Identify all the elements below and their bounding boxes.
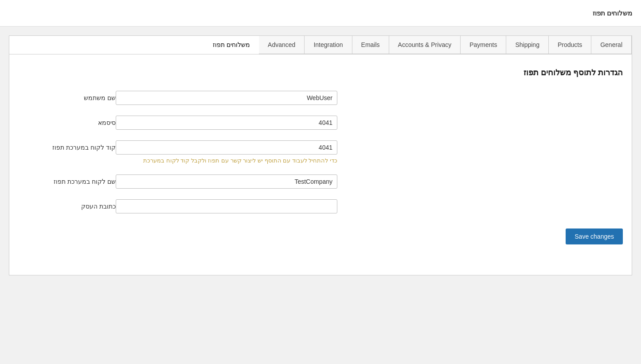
tab-products[interactable]: Products — [549, 36, 591, 54]
top-bar-title: משלוחים תפוז — [593, 9, 632, 17]
field-wrap-password — [116, 116, 337, 130]
form-row-customer-name: שם לקוח במערכת תפוז — [18, 174, 623, 189]
label-business-address: כתובת העסק — [18, 199, 116, 210]
tab-accounts-privacy[interactable]: Accounts & Privacy — [389, 36, 461, 54]
input-customer-name[interactable] — [116, 174, 337, 189]
top-bar: משלוחים תפוז — [0, 0, 641, 27]
tab-shipping[interactable]: Shipping — [506, 36, 549, 54]
label-password: סיסמא — [18, 116, 116, 126]
form-row-password: סיסמא — [18, 116, 623, 130]
tab-general[interactable]: General — [591, 36, 632, 54]
form-row-username: שם משתמש — [18, 91, 623, 105]
input-customer-code[interactable] — [116, 140, 337, 155]
tab-emails[interactable]: Emails — [352, 36, 389, 54]
form-row-business-address: כתובת העסק — [18, 199, 623, 213]
field-wrap-customer-code: כדי להתחיל לעבוד עם התוסף יש ליצור קשר ע… — [116, 140, 337, 164]
tab-content: הגדרות לתוסף משלוחים תפוז שם משתמשסיסמאק… — [9, 54, 632, 275]
content-wrap: GeneralProductsShippingPaymentsAccounts … — [0, 27, 641, 275]
help-customer-code: כדי להתחיל לעבוד עם התוסף יש ליצור קשר ע… — [116, 157, 337, 164]
field-wrap-username — [116, 91, 337, 105]
input-password[interactable] — [116, 116, 337, 130]
field-wrap-customer-name — [116, 174, 337, 189]
field-wrap-business-address — [116, 199, 337, 213]
tab-integration[interactable]: Integration — [305, 36, 352, 54]
page-heading: הגדרות לתוסף משלוחים תפוז — [18, 68, 623, 77]
save-button[interactable]: Save changes — [566, 228, 623, 244]
form-row-customer-code: קוד לקוח במערכת תפוזכדי להתחיל לעבוד עם … — [18, 140, 623, 164]
tab-tapuz-shipping[interactable]: משלוחים תפוז — [204, 36, 259, 54]
label-customer-code: קוד לקוח במערכת תפוז — [18, 140, 116, 151]
input-business-address[interactable] — [116, 199, 337, 213]
tab-payments[interactable]: Payments — [461, 36, 506, 54]
tab-advanced[interactable]: Advanced — [259, 36, 305, 54]
form-container: שם משתמשסיסמאקוד לקוח במערכת תפוזכדי להת… — [18, 91, 623, 213]
input-username[interactable] — [116, 91, 337, 105]
label-customer-name: שם לקוח במערכת תפוז — [18, 174, 116, 185]
label-username: שם משתמש — [18, 91, 116, 101]
tabs-wrap: GeneralProductsShippingPaymentsAccounts … — [9, 35, 632, 54]
